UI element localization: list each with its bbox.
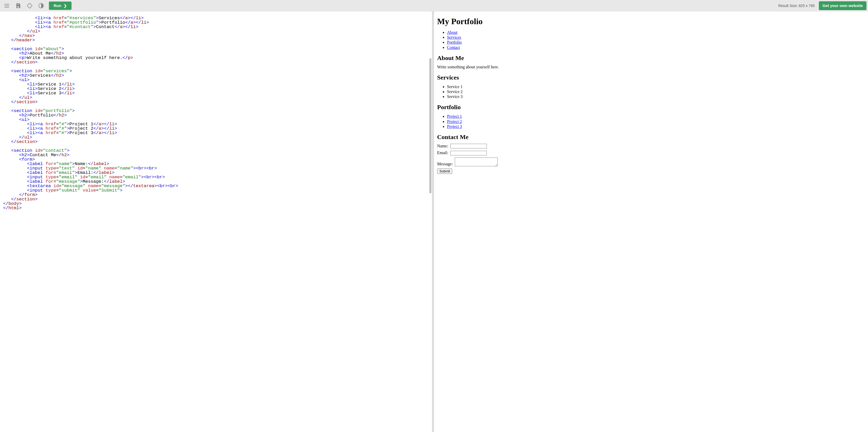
submit-button[interactable] <box>437 168 452 174</box>
get-website-button[interactable]: Get your own website <box>819 1 866 10</box>
run-button-label: Run <box>54 3 61 8</box>
project-link[interactable]: Project 2 <box>447 119 462 124</box>
menu-icon[interactable] <box>2 1 12 10</box>
message-label: Message: <box>437 162 453 166</box>
toolbar: Run ❯ Result Size: 825 x 785 Get your ow… <box>0 0 868 11</box>
services-list: Service 1 Service 2 Service 3 <box>437 84 865 99</box>
email-label: Email: <box>437 151 448 155</box>
nav-link-about[interactable]: About <box>447 30 457 35</box>
code-block: <li><a href="#services">Services</a></li… <box>3 16 429 210</box>
svg-rect-3 <box>17 3 19 5</box>
run-button[interactable]: Run ❯ <box>49 2 71 10</box>
message-field[interactable] <box>455 158 498 166</box>
list-item: Project 2 <box>447 119 865 124</box>
result-size-label: Result Size: 825 x 785 <box>778 4 815 8</box>
list-item: Service 3 <box>447 94 865 99</box>
list-item: Service 1 <box>447 84 865 89</box>
svg-rect-4 <box>17 6 19 8</box>
list-item: Contact <box>447 45 865 50</box>
name-field[interactable] <box>451 144 487 148</box>
output-pane: My Portfolio About Services Portfolio Co… <box>434 11 868 432</box>
nav-link-contact[interactable]: Contact <box>447 45 460 49</box>
nav-link-portfolio[interactable]: Portfolio <box>447 40 462 44</box>
about-heading: About Me <box>437 55 865 62</box>
services-heading: Services <box>437 74 865 81</box>
page-title: My Portfolio <box>437 16 865 26</box>
nav-link-services[interactable]: Services <box>447 35 461 39</box>
list-item: Services <box>447 35 865 40</box>
portfolio-heading: Portfolio <box>437 104 865 111</box>
project-link[interactable]: Project 1 <box>447 114 462 119</box>
name-label: Name: <box>437 144 448 148</box>
chevron-right-icon: ❯ <box>64 4 67 8</box>
code-editor[interactable]: <li><a href="#services">Services</a></li… <box>0 11 432 432</box>
list-item: Service 2 <box>447 89 865 94</box>
contact-heading: Contact Me <box>437 134 865 141</box>
list-item: Portfolio <box>447 40 865 45</box>
about-text: Write something about yourself here. <box>437 65 865 69</box>
list-item: About <box>447 30 865 35</box>
list-item: Project 3 <box>447 124 865 129</box>
svg-rect-5 <box>27 3 32 8</box>
toolbar-left: Run ❯ <box>2 1 71 10</box>
save-icon[interactable] <box>13 1 23 10</box>
list-item: Project 1 <box>447 114 865 119</box>
theme-icon[interactable] <box>36 1 46 10</box>
scrollbar-thumb[interactable] <box>429 58 431 193</box>
nav-list: About Services Portfolio Contact <box>437 30 865 50</box>
project-link[interactable]: Project 3 <box>447 124 462 129</box>
portfolio-list: Project 1 Project 2 Project 3 <box>437 114 865 129</box>
email-field[interactable] <box>451 151 487 156</box>
rotate-icon[interactable] <box>25 1 35 10</box>
editor-pane: <li><a href="#services">Services</a></li… <box>0 11 434 432</box>
content-area: <li><a href="#services">Services</a></li… <box>0 11 868 432</box>
